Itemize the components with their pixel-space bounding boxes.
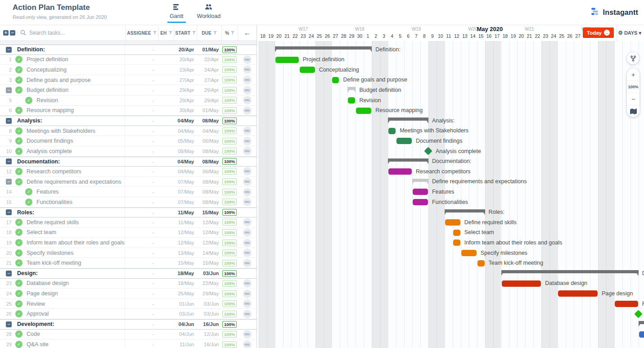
collapse-all-button[interactable]: − — [10, 30, 15, 36]
day-gridline — [493, 41, 494, 348]
collapse-group-button[interactable]: − — [6, 158, 12, 164]
zoom-scale-dropdown[interactable]: ⚙ DAYS ▾ — [618, 30, 641, 36]
table-row[interactable]: 29✓Q&A site-11/Jun16/Jun100%NN — [0, 339, 257, 348]
task-bar[interactable] — [388, 128, 396, 134]
table-row[interactable]: 3✓Define goals and purpose-27/Apr27/Apr1… — [0, 75, 257, 86]
task-bar[interactable] — [615, 301, 638, 307]
day-gridline — [566, 41, 566, 348]
task-bar[interactable] — [396, 138, 412, 144]
summary-bar[interactable] — [639, 321, 644, 327]
task-bar[interactable] — [413, 189, 428, 195]
collapse-group-button[interactable]: − — [6, 47, 12, 53]
table-row[interactable]: 9✓Document findings-05/May06/May100%NN — [0, 136, 257, 146]
gantt-chart-icon — [173, 4, 180, 12]
table-row[interactable]: −Design:-18/May03/Jun100% — [0, 268, 257, 279]
task-bar[interactable] — [413, 199, 428, 205]
view-tabs: Gantt Workload — [167, 3, 223, 23]
task-bar[interactable] — [445, 219, 460, 226]
tab-gantt[interactable]: Gantt — [167, 3, 186, 23]
bar-label: Analysis: — [432, 118, 455, 124]
table-row[interactable]: 28✓Code-04/Jun12/Jun100%NN — [0, 330, 257, 340]
table-row[interactable]: 21✓Team kick-off meeting-15/May15/May100… — [0, 258, 257, 268]
collapse-group-button[interactable]: − — [6, 118, 12, 124]
table-row[interactable]: −✓Budget definition-29/Apr29/Apr100%NN — [0, 85, 257, 95]
task-bar[interactable] — [275, 57, 299, 63]
task-bar[interactable] — [502, 280, 541, 287]
estimated-hours-cell — [158, 177, 174, 187]
expand-all-button[interactable]: + — [3, 30, 9, 36]
table-row[interactable]: −Documentation:-04/May08/May100% — [0, 157, 257, 167]
task-bar[interactable] — [453, 240, 460, 246]
assignee-cell: - — [125, 248, 158, 258]
due-date-cell: 14/May — [197, 248, 221, 258]
summary-bar[interactable] — [412, 179, 428, 185]
summary-bar[interactable] — [445, 209, 485, 215]
progress-badge: 100% — [222, 219, 237, 226]
table-row[interactable]: 14✓Features-07/May08/May100%NN — [0, 187, 257, 197]
task-bar[interactable] — [558, 290, 598, 297]
task-table-pane: + − ASSIGNEE EH — [0, 25, 257, 348]
day-number: 24 — [307, 33, 315, 39]
summary-bar[interactable] — [388, 118, 428, 123]
collapse-subgroup-button[interactable]: − — [6, 87, 12, 93]
table-row[interactable]: −Analysis:-04/May08/May100% — [0, 116, 257, 126]
table-row[interactable]: 25✓Review-01/Jun03/Jun100%NN — [0, 299, 257, 309]
table-row[interactable]: 19✓Inform team about their roles and goa… — [0, 238, 257, 248]
tab-workload[interactable]: Workload — [195, 3, 223, 23]
task-bar[interactable] — [461, 250, 477, 256]
task-name: Analysis complete — [27, 148, 72, 154]
milestone-diamond[interactable] — [634, 310, 642, 318]
task-bar[interactable] — [300, 67, 315, 73]
zoom-out-button[interactable]: − — [627, 93, 639, 105]
table-row[interactable]: 26✓Approval-03/Jun03/Jun100%NN — [0, 309, 257, 319]
avatar-cell: NN — [238, 85, 257, 95]
assignee-avatar: NN — [243, 76, 252, 84]
task-bar[interactable] — [348, 97, 355, 104]
table-row[interactable]: 15✓Functionalities-07/May08/May100%NN — [0, 197, 257, 208]
table-row[interactable]: 5✓Revision-29/Apr29/Apr100%NN — [0, 95, 257, 106]
table-row[interactable]: 17✓Define required skills-11/May12/May10… — [0, 217, 257, 228]
collapse-subgroup-button[interactable]: − — [6, 179, 12, 185]
table-row[interactable]: 18✓Select team-12/May12/May100%NN — [0, 228, 257, 238]
column-header-eh[interactable]: EH — [158, 25, 174, 41]
summary-bar[interactable] — [347, 87, 356, 93]
assignee-avatar: NN — [243, 279, 252, 288]
collapse-panel-button[interactable]: ← — [238, 25, 257, 41]
dependencies-toggle-button[interactable] — [627, 52, 639, 64]
column-header-percent[interactable]: % — [221, 25, 238, 41]
table-row[interactable]: 6✓Resource mapping-30/Apr01/May100%NN — [0, 106, 257, 116]
search-input[interactable] — [29, 30, 104, 36]
table-row[interactable]: −✓Define requirements and expectations-0… — [0, 177, 257, 187]
table-row[interactable]: −Definition:-20/Apr01/May100% — [0, 45, 257, 55]
avatar-cell: NN — [238, 258, 257, 268]
summary-bar[interactable] — [275, 46, 372, 52]
task-bar[interactable] — [477, 260, 485, 267]
summary-bar[interactable] — [501, 270, 639, 276]
table-row[interactable]: 10✓Analysis complete-08/May08/May100%NN — [0, 146, 257, 157]
table-row[interactable]: −Development:-04/Jun16/Jun100% — [0, 319, 257, 330]
summary-bar[interactable] — [388, 158, 428, 164]
completed-check-icon: ✓ — [15, 178, 23, 185]
today-button[interactable]: Today → — [583, 27, 614, 38]
table-row[interactable]: −Roles:-11/May15/May100% — [0, 208, 257, 218]
minimap-button[interactable] — [627, 105, 639, 117]
zoom-in-button[interactable]: + — [627, 68, 639, 81]
table-row[interactable]: 20✓Specify milestones-13/May14/May100%NN — [0, 248, 257, 258]
table-row[interactable]: 24✓Page design-25/May29/May100%NN — [0, 289, 257, 299]
task-bar[interactable] — [356, 108, 371, 114]
column-header-start[interactable]: START — [174, 25, 197, 41]
collapse-group-button[interactable]: − — [6, 209, 12, 215]
table-row[interactable]: 8✓Meetings with Stakeholders-04/May04/Ma… — [0, 126, 257, 136]
column-header-due[interactable]: DUE — [197, 25, 221, 41]
collapse-group-button[interactable]: − — [6, 321, 12, 327]
collapse-group-button[interactable]: − — [6, 271, 12, 276]
task-bar[interactable] — [639, 331, 644, 338]
table-row[interactable]: 1✓Project definition-20/Apr22/Apr100%NN — [0, 55, 257, 65]
task-bar[interactable] — [332, 77, 339, 83]
column-header-assignee[interactable]: ASSIGNEE — [125, 25, 158, 41]
table-row[interactable]: 2✓Conceptualizing-23/Apr24/Apr100%NN — [0, 65, 257, 75]
task-bar[interactable] — [388, 168, 412, 175]
task-bar[interactable] — [453, 230, 460, 236]
table-row[interactable]: 23✓Database design-18/May22/May100%NN — [0, 279, 257, 289]
table-row[interactable]: 12✓Research competitors-04/May06/May100%… — [0, 167, 257, 177]
